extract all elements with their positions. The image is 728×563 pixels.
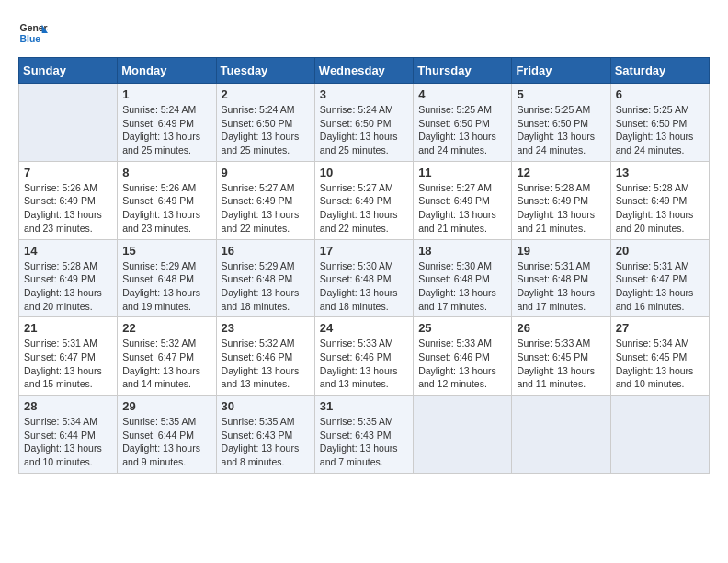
calendar-week-row: 28Sunrise: 5:34 AM Sunset: 6:44 PM Dayli…	[19, 396, 710, 474]
svg-text:Blue: Blue	[20, 34, 41, 44]
day-number: 4	[418, 87, 506, 101]
weekday-header-wednesday: Wednesday	[314, 58, 413, 84]
calendar-cell: 13Sunrise: 5:28 AM Sunset: 6:49 PM Dayli…	[610, 161, 709, 239]
day-info: Sunrise: 5:31 AM Sunset: 6:47 PM Dayligh…	[24, 337, 112, 391]
day-info: Sunrise: 5:24 AM Sunset: 6:50 PM Dayligh…	[222, 103, 310, 157]
calendar-week-row: 7Sunrise: 5:26 AM Sunset: 6:49 PM Daylig…	[19, 161, 710, 239]
day-info: Sunrise: 5:31 AM Sunset: 6:47 PM Dayligh…	[616, 259, 704, 314]
calendar-cell: 7Sunrise: 5:26 AM Sunset: 6:49 PM Daylig…	[19, 161, 118, 239]
page-header: General Blue	[18, 18, 710, 48]
day-info: Sunrise: 5:29 AM Sunset: 6:48 PM Dayligh…	[122, 259, 210, 314]
day-number: 19	[517, 244, 605, 258]
day-number: 24	[320, 321, 408, 335]
day-number: 21	[24, 321, 112, 335]
day-info: Sunrise: 5:34 AM Sunset: 6:45 PM Dayligh…	[616, 337, 704, 391]
calendar-cell: 1Sunrise: 5:24 AM Sunset: 6:49 PM Daylig…	[118, 84, 216, 162]
calendar-cell: 2Sunrise: 5:24 AM Sunset: 6:50 PM Daylig…	[216, 84, 314, 162]
day-number: 22	[122, 321, 210, 335]
day-number: 8	[122, 166, 210, 179]
calendar-cell: 14Sunrise: 5:28 AM Sunset: 6:49 PM Dayli…	[19, 239, 118, 317]
day-info: Sunrise: 5:28 AM Sunset: 6:49 PM Dayligh…	[616, 181, 704, 236]
calendar-cell: 12Sunrise: 5:28 AM Sunset: 6:49 PM Dayli…	[512, 161, 610, 239]
day-number: 31	[320, 399, 408, 413]
day-info: Sunrise: 5:33 AM Sunset: 6:45 PM Dayligh…	[517, 337, 605, 391]
calendar-week-row: 21Sunrise: 5:31 AM Sunset: 6:47 PM Dayli…	[19, 317, 710, 396]
calendar-cell: 24Sunrise: 5:33 AM Sunset: 6:46 PM Dayli…	[314, 317, 413, 396]
day-info: Sunrise: 5:25 AM Sunset: 6:50 PM Dayligh…	[418, 103, 506, 157]
day-info: Sunrise: 5:25 AM Sunset: 6:50 PM Dayligh…	[517, 103, 605, 157]
day-info: Sunrise: 5:35 AM Sunset: 6:44 PM Dayligh…	[122, 415, 210, 469]
day-number: 7	[24, 166, 112, 179]
day-number: 9	[222, 166, 310, 179]
day-info: Sunrise: 5:24 AM Sunset: 6:49 PM Dayligh…	[122, 103, 210, 157]
calendar-cell: 18Sunrise: 5:30 AM Sunset: 6:48 PM Dayli…	[414, 239, 512, 317]
calendar-cell	[610, 396, 709, 474]
calendar-cell: 26Sunrise: 5:33 AM Sunset: 6:45 PM Dayli…	[512, 317, 610, 396]
day-info: Sunrise: 5:35 AM Sunset: 6:43 PM Dayligh…	[222, 415, 310, 469]
day-number: 25	[418, 321, 506, 335]
calendar-cell	[512, 396, 610, 474]
day-info: Sunrise: 5:26 AM Sunset: 6:49 PM Dayligh…	[24, 181, 112, 236]
logo-icon: General Blue	[18, 18, 48, 48]
day-info: Sunrise: 5:28 AM Sunset: 6:49 PM Dayligh…	[517, 181, 605, 236]
day-info: Sunrise: 5:29 AM Sunset: 6:48 PM Dayligh…	[222, 259, 310, 314]
day-number: 27	[616, 321, 704, 335]
day-info: Sunrise: 5:30 AM Sunset: 6:48 PM Dayligh…	[320, 259, 408, 314]
weekday-header-sunday: Sunday	[19, 58, 118, 84]
day-number: 15	[122, 244, 210, 258]
day-info: Sunrise: 5:24 AM Sunset: 6:50 PM Dayligh…	[320, 103, 408, 157]
day-number: 13	[616, 166, 704, 179]
calendar-cell: 30Sunrise: 5:35 AM Sunset: 6:43 PM Dayli…	[216, 396, 314, 474]
calendar-cell: 16Sunrise: 5:29 AM Sunset: 6:48 PM Dayli…	[216, 239, 314, 317]
day-info: Sunrise: 5:32 AM Sunset: 6:47 PM Dayligh…	[122, 337, 210, 391]
day-info: Sunrise: 5:35 AM Sunset: 6:43 PM Dayligh…	[320, 415, 408, 469]
weekday-header-tuesday: Tuesday	[216, 58, 314, 84]
weekday-header-friday: Friday	[512, 58, 610, 84]
calendar-cell: 31Sunrise: 5:35 AM Sunset: 6:43 PM Dayli…	[314, 396, 413, 474]
calendar-cell: 23Sunrise: 5:32 AM Sunset: 6:46 PM Dayli…	[216, 317, 314, 396]
day-number: 18	[418, 244, 506, 258]
day-number: 17	[320, 244, 408, 258]
calendar-cell: 27Sunrise: 5:34 AM Sunset: 6:45 PM Dayli…	[610, 317, 709, 396]
day-number: 1	[122, 87, 210, 101]
day-info: Sunrise: 5:26 AM Sunset: 6:49 PM Dayligh…	[122, 181, 210, 236]
calendar-cell: 9Sunrise: 5:27 AM Sunset: 6:49 PM Daylig…	[216, 161, 314, 239]
weekday-header-monday: Monday	[118, 58, 216, 84]
calendar-week-row: 14Sunrise: 5:28 AM Sunset: 6:49 PM Dayli…	[19, 239, 710, 317]
day-info: Sunrise: 5:28 AM Sunset: 6:49 PM Dayligh…	[24, 259, 112, 314]
day-number: 29	[122, 399, 210, 413]
day-info: Sunrise: 5:34 AM Sunset: 6:44 PM Dayligh…	[24, 415, 112, 469]
day-number: 16	[222, 244, 310, 258]
day-number: 5	[517, 87, 605, 101]
calendar-cell	[414, 396, 512, 474]
calendar-cell: 8Sunrise: 5:26 AM Sunset: 6:49 PM Daylig…	[118, 161, 216, 239]
day-number: 3	[320, 87, 408, 101]
calendar-cell: 6Sunrise: 5:25 AM Sunset: 6:50 PM Daylig…	[610, 84, 709, 162]
calendar-cell: 5Sunrise: 5:25 AM Sunset: 6:50 PM Daylig…	[512, 84, 610, 162]
day-number: 10	[320, 166, 408, 179]
calendar-cell: 3Sunrise: 5:24 AM Sunset: 6:50 PM Daylig…	[314, 84, 413, 162]
day-info: Sunrise: 5:32 AM Sunset: 6:46 PM Dayligh…	[222, 337, 310, 391]
calendar-cell: 28Sunrise: 5:34 AM Sunset: 6:44 PM Dayli…	[19, 396, 118, 474]
calendar-cell: 29Sunrise: 5:35 AM Sunset: 6:44 PM Dayli…	[118, 396, 216, 474]
calendar-cell: 21Sunrise: 5:31 AM Sunset: 6:47 PM Dayli…	[19, 317, 118, 396]
day-info: Sunrise: 5:33 AM Sunset: 6:46 PM Dayligh…	[320, 337, 408, 391]
calendar-cell: 25Sunrise: 5:33 AM Sunset: 6:46 PM Dayli…	[414, 317, 512, 396]
day-number: 23	[222, 321, 310, 335]
day-info: Sunrise: 5:31 AM Sunset: 6:48 PM Dayligh…	[517, 259, 605, 314]
day-number: 6	[616, 87, 704, 101]
calendar-body: 1Sunrise: 5:24 AM Sunset: 6:49 PM Daylig…	[19, 84, 710, 474]
day-info: Sunrise: 5:30 AM Sunset: 6:48 PM Dayligh…	[418, 259, 506, 314]
calendar-cell: 11Sunrise: 5:27 AM Sunset: 6:49 PM Dayli…	[414, 161, 512, 239]
calendar-week-row: 1Sunrise: 5:24 AM Sunset: 6:49 PM Daylig…	[19, 84, 710, 162]
calendar-cell: 10Sunrise: 5:27 AM Sunset: 6:49 PM Dayli…	[314, 161, 413, 239]
day-info: Sunrise: 5:33 AM Sunset: 6:46 PM Dayligh…	[418, 337, 506, 391]
day-number: 2	[222, 87, 310, 101]
day-number: 11	[418, 166, 506, 179]
day-info: Sunrise: 5:27 AM Sunset: 6:49 PM Dayligh…	[320, 181, 408, 236]
day-info: Sunrise: 5:25 AM Sunset: 6:50 PM Dayligh…	[616, 103, 704, 157]
calendar-cell: 22Sunrise: 5:32 AM Sunset: 6:47 PM Dayli…	[118, 317, 216, 396]
calendar-cell: 4Sunrise: 5:25 AM Sunset: 6:50 PM Daylig…	[414, 84, 512, 162]
weekday-header-row: SundayMondayTuesdayWednesdayThursdayFrid…	[19, 58, 710, 84]
day-number: 28	[24, 399, 112, 413]
